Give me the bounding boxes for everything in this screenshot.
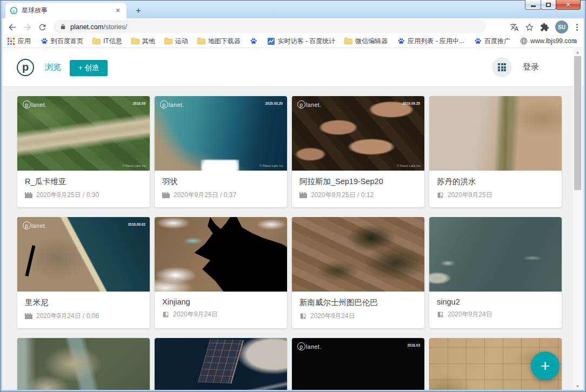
tab-title: 星球故事 [22,6,114,15]
story-card[interactable]: planet. 2016.03 [292,338,424,390]
story-title: 苏丹的洪水 [437,177,554,187]
story-info: 里米尼 2020年9月24日 / 0:06 [17,292,150,321]
story-date: 2020年9月24日 [310,312,355,321]
story-title: 新南威尔士州图巴伦巴 [299,298,417,308]
story-info: 阿拉斯加_Sep19-Sep20 2020年9月25日 / 0:12 [292,171,424,200]
translate-icon[interactable] [510,23,519,32]
extensions-puzzle-icon[interactable] [540,23,549,32]
bookmark-label: 应用列表 - 应用中... [408,37,464,46]
story-title: R_瓜卡维亚 [25,177,142,187]
create-button[interactable]: + 创造 [70,60,108,76]
bookmark-item[interactable] [250,37,258,45]
bookmark-label: 地图下载器 [208,37,241,46]
planet-watermark: planet. [160,100,184,109]
story-card[interactable] [155,338,287,390]
story-meta: 2020年9月25日 / 0:37 [162,191,279,200]
planet-watermark: planet. [23,100,47,109]
planet-favicon-icon: p [10,6,18,15]
bookmark-star-icon[interactable] [525,23,534,32]
bookmarks-overflow-chevron[interactable]: » [573,37,577,45]
story-card[interactable]: 苏丹的洪水 2020年9月25日 [429,96,562,207]
globe-icon [520,37,528,45]
story-meta: 2020年9月24日 [437,310,554,319]
bookmark-item[interactable]: 运动 [164,37,188,46]
movie-icon [162,192,170,198]
story-info: 羽状 2020年9月25日 / 0:37 [155,171,287,200]
planet-watermark: planet. [297,100,322,109]
profile-avatar[interactable]: SU [555,21,568,33]
address-bar[interactable]: planet.com/stories/ [54,20,486,33]
apps-grid-button[interactable] [492,57,512,77]
bookmark-item[interactable]: 百度推广 [474,37,510,46]
bookmark-item[interactable]: 到百度首页 [40,37,83,46]
bookmark-item[interactable]: 实时访客 - 百度统计 [267,37,336,46]
baidu-icon [40,37,48,45]
bookmark-label: 实时访客 - 百度统计 [278,37,336,46]
story-card[interactable]: Xinjiang 2020年9月24日 [155,217,287,328]
nav-browse-link[interactable]: 浏览 [45,62,61,72]
story-card[interactable]: planet. 2016.09 © Planet Labs Inc. R_瓜卡维… [17,96,150,207]
window-maximize-button[interactable] [541,0,556,10]
story-thumbnail [155,217,287,292]
bookmarks-bar: 应用 到百度首页 IT信息 其他 运动 地图下载器 实时访客 - 百度统计 微信… [2,35,584,48]
login-link[interactable]: 登录 [523,62,539,72]
bookmark-item[interactable]: 微信编辑器 [344,37,388,46]
bookmark-label: 百度推广 [484,37,510,46]
browser-menu-icon[interactable] [574,24,580,31]
folder-icon [344,37,352,45]
forward-button[interactable] [21,21,33,33]
bookmark-item[interactable]: 其他 [131,37,155,46]
apps-icon [7,37,15,45]
tab-close-icon[interactable]: ✕ [114,6,122,15]
folder-icon [131,37,139,45]
bookmark-item[interactable]: www.lbjs99.com [520,37,577,45]
window-close-button[interactable]: ✕ [556,0,581,10]
story-meta: 2020年9月25日 / 0:30 [25,191,142,200]
image-date-overlay: 2016.03 [408,343,421,347]
reload-button[interactable] [36,21,48,33]
page-scrollbar[interactable]: ▲ ▼ [573,48,582,390]
scroll-down-icon[interactable]: ▼ [573,382,582,390]
folder-icon [92,37,101,45]
story-thumbnail: planet. 2016.03 [292,338,424,390]
scrollbar-thumb[interactable] [574,56,581,190]
story-card[interactable] [17,338,150,390]
baidu-icon [250,37,258,45]
planet-watermark: planet. [297,342,322,350]
story-card[interactable]: planet. 2020.03.20 © Planet Labs Inc. 羽状… [155,96,287,207]
chart-icon [267,37,275,45]
story-card[interactable]: 新南威尔士州图巴伦巴 2020年9月24日 [292,217,424,328]
bookmark-item[interactable]: 应用列表 - 应用中... [397,37,464,46]
story-card[interactable]: singu2 2020年9月24日 [429,217,562,328]
bookmark-item[interactable]: 应用 [7,37,31,46]
lock-icon[interactable] [60,23,66,30]
compare-icon [437,192,444,199]
story-date: 2020年9月25日 / 0:12 [311,191,374,200]
create-story-fab[interactable]: + [531,352,560,380]
new-tab-button[interactable]: + [132,4,145,17]
story-date: 2020年9月24日 [448,310,492,319]
grid-icon [498,63,506,71]
bookmark-item[interactable]: 地图下载器 [197,37,241,46]
planet-logo[interactable]: p [17,59,34,76]
story-title: Xinjiang [162,298,279,306]
compare-icon [299,313,307,320]
story-info: 新南威尔士州图巴伦巴 2020年9月24日 [292,292,424,321]
bookmark-label: 运动 [175,37,188,46]
scroll-up-icon[interactable]: ▲ [573,48,582,56]
close-icon: ✕ [565,1,571,9]
url-text: planet.com/stories/ [70,23,127,31]
story-meta: 2020年9月25日 / 0:12 [299,191,417,200]
bookmark-label: 到百度首页 [51,37,83,46]
image-date-overlay: 2016.09.02 [128,222,145,226]
story-thumbnail [429,96,562,171]
story-card[interactable]: planet. 2019.09.25 © Planet Labs Inc. 阿拉… [292,96,424,207]
story-info: singu2 2020年9月24日 [429,292,562,319]
bookmark-item[interactable]: IT信息 [92,37,122,46]
image-date-overlay: 2016.09 [133,102,146,105]
image-date-overlay: 2019.09.25 [402,102,420,105]
back-button[interactable] [6,21,18,33]
browser-tab[interactable]: p 星球故事 ✕ [5,3,126,18]
window-minimize-button[interactable] [525,0,541,10]
story-card[interactable]: planet. 2016.09.02 里米尼 2020年9月24日 / 0:06 [17,217,150,328]
